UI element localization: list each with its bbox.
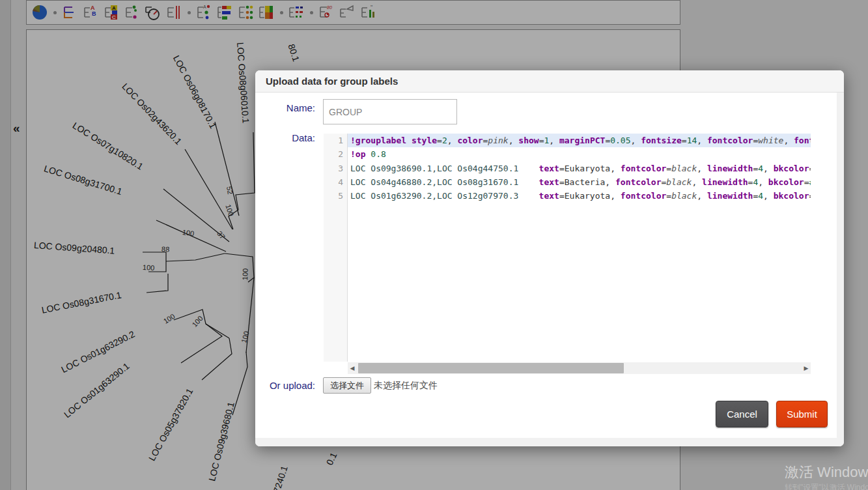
dialog-header: Upload data for group labels: [255, 70, 844, 93]
code-line[interactable]: !grouplabel style=2, color=pink, show=1,…: [348, 134, 811, 147]
upload-group-labels-dialog: Upload data for group labels Name: Data:…: [255, 70, 844, 446]
cancel-button[interactable]: Cancel: [716, 401, 768, 427]
choose-file-button[interactable]: 选择文件: [323, 377, 371, 394]
line-number: 2: [324, 147, 347, 161]
data-label: Data:: [255, 132, 315, 143]
no-file-chosen-text: 未选择任何文件: [374, 380, 438, 392]
submit-button[interactable]: Submit: [776, 401, 828, 427]
dialog-edge: [837, 93, 844, 438]
dialog-title: Upload data for group labels: [266, 76, 398, 87]
data-code-editor[interactable]: 12345 !grouplabel style=2, color=pink, s…: [324, 134, 811, 362]
scroll-left-arrow-icon[interactable]: ◀: [348, 362, 357, 374]
code-line[interactable]: LOC Os09g38690.1,LOC Os04g44750.1 text=E…: [348, 162, 811, 175]
line-number: 4: [324, 175, 347, 189]
name-label: Name:: [255, 102, 315, 113]
line-number: 5: [324, 189, 347, 203]
line-number: 1: [324, 134, 347, 147]
code-line[interactable]: !op 0.8: [348, 147, 811, 161]
editor-horizontal-scrollbar[interactable]: ◀ ▶: [348, 362, 811, 374]
code-line[interactable]: LOC Os04g46880.2,LOC Os08g31670.1 text=B…: [348, 175, 811, 189]
scrollbar-track[interactable]: [357, 362, 802, 374]
line-number: 3: [324, 162, 347, 175]
scrollbar-thumb[interactable]: [358, 363, 624, 373]
code-lines[interactable]: !grouplabel style=2, color=pink, show=1,…: [348, 134, 811, 362]
scroll-right-arrow-icon[interactable]: ▶: [802, 362, 811, 374]
name-input[interactable]: [323, 99, 457, 124]
dialog-edge: [255, 438, 844, 446]
editor-line-number-gutter: 12345: [324, 134, 348, 362]
or-upload-label: Or upload:: [255, 380, 315, 391]
code-line[interactable]: LOC Os01g63290.2,LOC Os12g07970.3 text=E…: [348, 189, 811, 203]
